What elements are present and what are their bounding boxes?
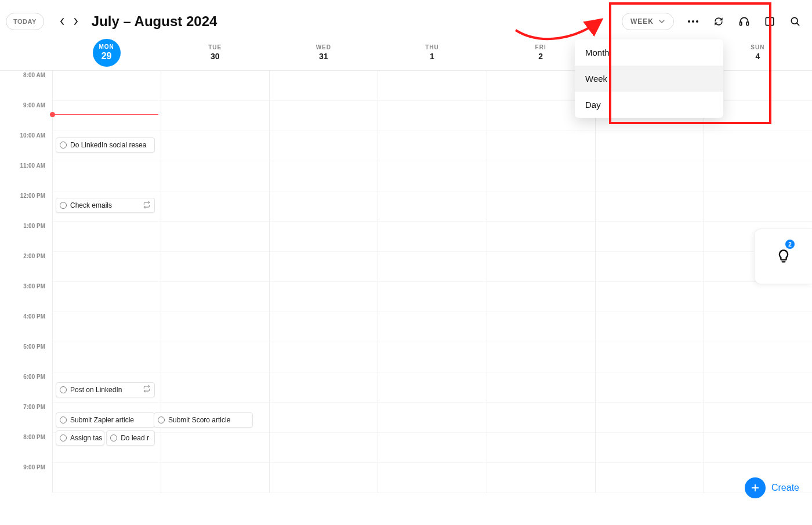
calendar-cell[interactable] [595,222,704,252]
day-column-thu[interactable]: THU1 [378,44,486,61]
calendar-cell[interactable] [704,191,812,222]
insights-panel-button[interactable]: 2 [754,229,812,284]
calendar-cell[interactable] [595,372,704,403]
calendar-cell[interactable] [378,433,486,463]
task-checkbox[interactable] [60,386,67,393]
calendar-cell[interactable] [704,282,812,312]
calendar-cell[interactable] [52,342,161,372]
view-option-week[interactable]: Week [575,66,723,92]
calendar-cell[interactable] [487,403,595,433]
calendar-cell[interactable] [52,252,161,282]
calendar-cell[interactable] [378,101,486,131]
calendar-cell[interactable] [161,282,269,312]
calendar-cell[interactable] [487,312,595,342]
calendar-cell[interactable] [595,463,704,493]
calendar-cell[interactable] [269,191,378,222]
task-checkbox[interactable] [110,435,117,441]
calendar-cell[interactable] [487,131,595,161]
calendar-cell[interactable] [704,342,812,372]
sync-button[interactable] [712,15,725,28]
calendar-event[interactable]: Do LinkedIn social resea [56,137,155,153]
calendar-cell[interactable] [378,222,486,252]
calendar-cell[interactable] [269,252,378,282]
calendar-cell[interactable] [704,403,812,433]
calendar-cell[interactable] [595,403,704,433]
calendar-cell[interactable] [595,191,704,222]
view-option-month[interactable]: Month [575,39,723,66]
support-button[interactable] [738,15,751,28]
calendar-cell[interactable] [378,403,486,433]
calendar-cell[interactable] [487,161,595,191]
task-checkbox[interactable] [60,202,67,209]
calendar-event[interactable]: Submit Zapier article [56,412,155,428]
calendar-cell[interactable] [161,312,269,342]
calendar-cell[interactable] [269,403,378,433]
calendar-cell[interactable] [704,131,812,161]
calendar-cell[interactable] [704,433,812,463]
view-option-day[interactable]: Day [575,92,723,118]
calendar-cell[interactable] [161,433,269,463]
calendar-cell[interactable] [269,433,378,463]
calendar-cell[interactable] [378,71,486,101]
calendar-cell[interactable] [378,252,486,282]
task-checkbox[interactable] [60,417,67,423]
calendar-cell[interactable] [161,342,269,372]
calendar-cell[interactable] [378,342,486,372]
calendar-event[interactable]: Assign tas [56,430,104,446]
calendar-cell[interactable] [595,282,704,312]
calendar-cell[interactable] [269,222,378,252]
more-options-button[interactable] [687,15,699,28]
calendar-cell[interactable] [487,252,595,282]
calendar-cell[interactable] [487,282,595,312]
calendar-cell[interactable] [52,312,161,342]
calendar-cell[interactable] [378,463,486,493]
calendar-event[interactable]: Post on LinkedIn [56,382,155,397]
day-column-tue[interactable]: TUE30 [161,44,269,61]
calendar-cell[interactable] [161,131,269,161]
calendar-cell[interactable] [269,131,378,161]
calendar-cell[interactable] [161,191,269,222]
calendar-cell[interactable] [378,161,486,191]
calendar-cell[interactable] [378,312,486,342]
calendar-cell[interactable] [378,131,486,161]
calendar-cell[interactable] [595,252,704,282]
calendar-cell[interactable] [378,372,486,403]
task-checkbox[interactable] [158,417,165,423]
day-column-mon[interactable]: MON29 [52,39,161,67]
calendar-cell[interactable] [378,282,486,312]
calendar-cell[interactable] [269,282,378,312]
calendar-event[interactable]: Check emails [56,198,155,213]
calendar-cell[interactable] [487,222,595,252]
calendar-cell[interactable] [269,372,378,403]
calendar-cell[interactable] [161,463,269,493]
calendar-cell[interactable] [595,342,704,372]
calendar-cell[interactable] [269,71,378,101]
calendar-cell[interactable] [161,252,269,282]
next-period-button[interactable] [71,16,81,27]
calendar-cell[interactable] [487,342,595,372]
calendar-cell[interactable] [487,433,595,463]
task-checkbox[interactable] [60,142,67,149]
create-button[interactable]: Create [745,477,799,498]
calendar-cell[interactable] [269,101,378,131]
calendar-cell[interactable] [161,161,269,191]
today-button[interactable]: TODAY [6,13,44,30]
calendar-cell[interactable] [52,101,161,131]
calendar-cell[interactable] [595,131,704,161]
calendar-event[interactable]: Do lead r [106,430,155,446]
view-selector-button[interactable]: WEEK [622,13,674,30]
search-button[interactable] [789,15,802,28]
calendar-cell[interactable] [161,372,269,403]
calendar-cell[interactable] [704,312,812,342]
calendar-cell[interactable] [595,433,704,463]
calendar-cell[interactable] [161,71,269,101]
calendar-cell[interactable] [161,222,269,252]
day-column-wed[interactable]: WED31 [269,44,378,61]
calendar-cell[interactable] [704,372,812,403]
calendar-cell[interactable] [161,101,269,131]
calendar-cell[interactable] [487,463,595,493]
task-checkbox[interactable] [60,435,67,441]
calendar-cell[interactable] [487,372,595,403]
calendar-cell[interactable] [595,161,704,191]
calendar-cell[interactable] [269,161,378,191]
